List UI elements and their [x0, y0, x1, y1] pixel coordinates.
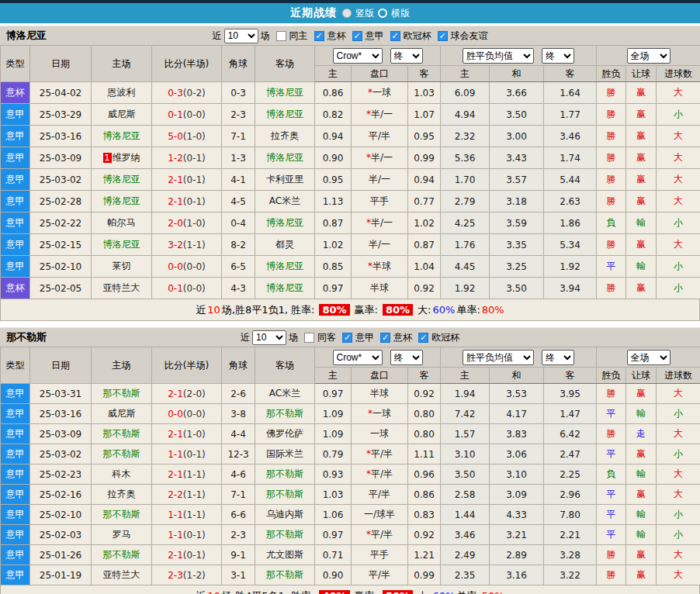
home-team-name[interactable]: 恩波利 [108, 87, 136, 98]
away-team-name[interactable]: 博洛尼亚 [266, 261, 303, 271]
table-row: 意甲25-02-15博洛尼亚3-2(1-1)8-2都灵1.02半/一0.871.… [1, 234, 700, 256]
cell-odds-home: 0.97 [315, 384, 352, 404]
home-team-name[interactable]: 那不勒斯 [103, 428, 140, 439]
scope-select[interactable]: 全场 [627, 350, 671, 365]
league-checkbox-0[interactable] [342, 333, 352, 343]
same-venue-checkbox[interactable] [276, 31, 286, 41]
cell-wdl-away: 2.21 [544, 525, 597, 545]
table-row: 意甲25-02-10那不勒斯1-1(1-1)6-6乌迪内斯1.06一/球半0.8… [1, 505, 700, 525]
away-team-name[interactable]: 博洛尼亚 [266, 217, 303, 228]
scope-select-wrap: 全场 [597, 350, 700, 365]
cell-date: 25-03-09 [30, 424, 92, 444]
away-team-name[interactable]: 博洛尼亚 [266, 152, 303, 163]
home-team-name[interactable]: 维罗纳 [113, 152, 140, 163]
home-team-name[interactable]: 博洛尼亚 [103, 130, 140, 141]
cell-away-team: 都灵 [255, 234, 315, 256]
home-team-name[interactable]: 拉齐奥 [108, 489, 136, 499]
home-team-name[interactable]: 博洛尼亚 [103, 195, 140, 206]
league-checkbox-label: 欧冠杯 [404, 29, 431, 43]
away-team-name[interactable]: 拉齐奥 [271, 130, 299, 141]
home-team-name[interactable]: 威尼斯 [108, 408, 136, 419]
home-team-name[interactable]: 罗马 [113, 529, 131, 540]
home-team-name[interactable]: 威尼斯 [108, 109, 136, 119]
wdl-state-select[interactable]: 终 [542, 350, 574, 365]
handicap-value: 平/半 [371, 468, 393, 479]
league-checkbox-0[interactable] [314, 31, 324, 41]
away-team-name[interactable]: 博洛尼亚 [266, 109, 303, 119]
away-team-name[interactable]: 那不勒斯 [266, 468, 303, 479]
away-team-name[interactable]: 那不勒斯 [266, 408, 303, 419]
wdl-average-select[interactable]: 胜平负均值 [463, 350, 534, 365]
wdl-state-select[interactable]: 终 [542, 48, 574, 64]
sub-col-header: 主 [315, 66, 352, 82]
away-team-name[interactable]: 乌迪内斯 [266, 509, 303, 520]
league-checkbox-1[interactable] [380, 333, 390, 343]
league-checkbox-2[interactable] [390, 31, 400, 41]
away-team-name[interactable]: 国际米兰 [266, 448, 303, 459]
home-team-name[interactable]: 帕尔马 [108, 217, 136, 228]
cell-result-wdl: 勝 [597, 278, 626, 299]
league-checkbox-1[interactable] [352, 31, 362, 41]
section-summary: 近10场,胜8平1负1, 胜率:80%赢率:80%大:60% 单率:80% [0, 299, 700, 321]
radio-horizontal-label[interactable]: 横版 [391, 7, 410, 20]
cell-score: 1-1(0-1) [152, 525, 222, 545]
radio-vertical-icon[interactable] [342, 9, 352, 18]
wdl-average-select[interactable]: 胜平负均值 [463, 48, 534, 64]
match-count-select[interactable]: 10 [224, 29, 258, 43]
away-team-name[interactable]: 博洛尼亚 [266, 87, 303, 98]
away-team-name[interactable]: 那不勒斯 [266, 489, 303, 499]
away-team-name[interactable]: 博洛尼亚 [266, 282, 303, 293]
home-team-name[interactable]: 莱切 [113, 261, 131, 271]
cell-handicap: 平/半 [352, 126, 408, 147]
away-team-name[interactable]: 那不勒斯 [266, 529, 303, 540]
league-checkbox-2[interactable] [418, 333, 428, 343]
scope-select[interactable]: 全场 [627, 48, 671, 64]
cell-result-handicap: 輸 [626, 525, 657, 545]
radio-vertical-label[interactable]: 竖版 [355, 7, 374, 20]
home-team-name[interactable]: 亚特兰大 [103, 282, 140, 293]
radio-horizontal-icon[interactable] [378, 9, 387, 18]
home-team-name[interactable]: 亚特兰大 [103, 569, 140, 580]
odds-state-select[interactable]: 终 [390, 48, 423, 64]
table-row: 意甲25-03-091维罗纳1-2(0-1)1-3博洛尼亚0.90*半/一0.9… [1, 147, 700, 169]
cell-result-goals: 大 [657, 126, 700, 147]
fulltime-score: 2-2 [168, 489, 183, 500]
fulltime-score: 1-2 [168, 153, 183, 164]
cell-score: 0-3(0-2) [152, 82, 222, 104]
league-checkbox-label: 球会友谊 [451, 29, 488, 43]
odds-state-select[interactable]: 终 [390, 350, 423, 365]
home-team-name[interactable]: 那不勒斯 [103, 549, 140, 560]
odds-source-select[interactable]: Crow* [333, 350, 383, 365]
cell-away-team: 博洛尼亚 [255, 147, 315, 169]
home-team-name[interactable]: 那不勒斯 [103, 388, 140, 399]
cell-home-team: 那不勒斯 [92, 505, 152, 525]
fulltime-score: 2-1 [168, 196, 183, 207]
away-team-name[interactable]: 佛罗伦萨 [266, 428, 303, 439]
same-venue-checkbox[interactable] [304, 333, 314, 343]
away-team-name[interactable]: 尤文图斯 [266, 549, 303, 560]
cell-wdl-home: 3.10 [441, 444, 490, 464]
away-team-name[interactable]: AC米兰 [269, 195, 300, 206]
cell-wdl-home: 1.44 [441, 505, 490, 525]
sections-container: 博洛尼亚近10场同主意杯意甲欧冠杯球会友谊类型日期主场比分(半场)角球客场Cro… [0, 26, 700, 594]
away-team-name[interactable]: 那不勒斯 [266, 569, 303, 580]
cell-score: 1-2(0-1) [152, 147, 222, 169]
home-team-name[interactable]: 博洛尼亚 [103, 174, 140, 185]
cell-date: 25-01-19 [30, 565, 92, 585]
away-team-name[interactable]: 卡利亚里 [266, 174, 303, 185]
cell-odds-home: 1.02 [315, 234, 352, 256]
home-team-name[interactable]: 博洛尼亚 [103, 239, 140, 250]
cell-wdl-home: 2.49 [441, 545, 490, 565]
league-checkbox-3[interactable] [438, 31, 448, 41]
away-team-name[interactable]: AC米兰 [269, 388, 300, 399]
odds-source-select[interactable]: Crow* [333, 48, 383, 64]
home-team-name[interactable]: 那不勒斯 [103, 448, 140, 459]
away-team-name[interactable]: 都灵 [275, 239, 294, 250]
cell-handicap: 平/半 [352, 485, 408, 505]
match-count-select[interactable]: 10 [252, 330, 286, 345]
cell-match-type: 意甲 [1, 191, 30, 212]
home-team-name[interactable]: 科木 [113, 468, 131, 479]
cell-result-wdl: 勝 [597, 126, 626, 147]
home-team-name[interactable]: 那不勒斯 [103, 509, 140, 520]
sub-col-header: 进球数 [657, 368, 700, 384]
